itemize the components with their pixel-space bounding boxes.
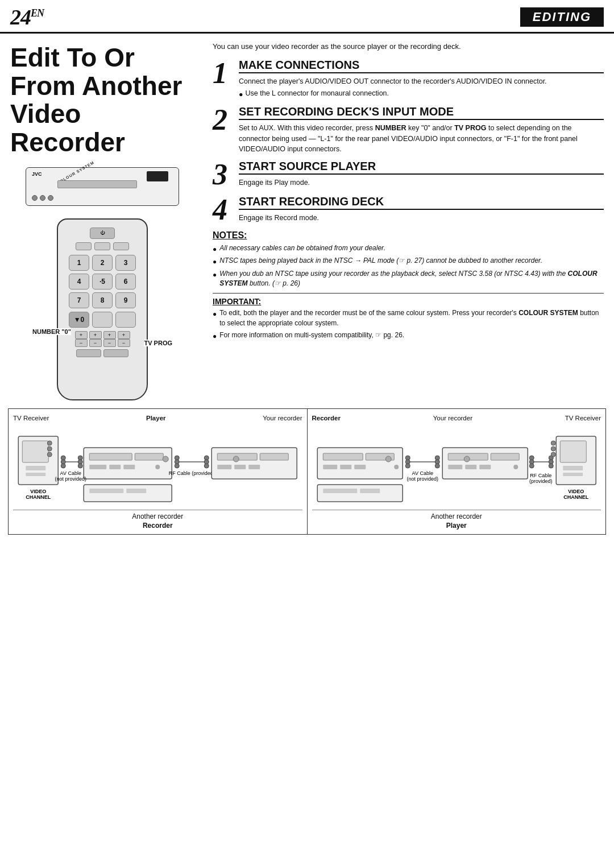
svg-rect-28 [126,489,146,493]
remote-bottom-btn-1[interactable] [76,349,101,357]
remote-btn-0[interactable]: ▼0 [69,312,89,328]
important-1: ● To edit, both the player and the recor… [213,308,604,328]
vcr-btn-3 [48,195,53,201]
remote-minus-1[interactable]: − [75,339,88,347]
tape-slot [57,180,137,188]
section-badge: EDITING [520,7,604,27]
note-3: ● When you dub an NTSC tape using your r… [213,269,604,289]
remote-btn-9[interactable]: 9 [115,292,136,308]
svg-rect-5 [26,466,45,470]
remote-small-btn-3[interactable] [113,242,129,250]
remote-btn-7[interactable]: 7 [69,292,89,308]
remote-plus-3[interactable]: + [103,331,116,339]
step-3-number: 3 [213,160,233,189]
svg-point-78 [549,464,553,468]
remote-btn-3[interactable]: 3 [115,255,136,271]
remote-plus-1[interactable]: + [75,331,88,339]
remote-btn-8[interactable]: 8 [92,292,113,308]
svg-point-51 [394,465,399,469]
svg-text:AV Cable: AV Cable [412,470,433,476]
step-2-number: 2 [213,105,233,135]
notes-list: ● All necessary cables can be obtained f… [213,243,604,289]
remote-btn-6[interactable]: 6 [115,274,136,290]
step-3-title: START SOURCE PLAYER [239,160,604,175]
svg-point-23 [78,464,82,468]
svg-text:(not provided): (not provided) [406,476,438,482]
svg-rect-11 [135,453,163,460]
step-1-number: 1 [213,59,233,88]
remote-power-btn[interactable]: ⏻ [90,228,115,239]
intro-text: You can use your video recorder as the s… [213,42,604,52]
svg-point-35 [204,464,209,468]
diag-left-header: TV Receiver Player Your recorder [13,415,302,421]
remote-btn-2[interactable]: 2 [92,255,113,271]
step-1-title: MAKE CONNECTIONS [239,59,604,73]
diag-left-tv-label: TV Receiver [13,415,49,421]
important-2: ● For more information on multi-system c… [213,330,604,341]
vcr-illustration: COLOUR SYSTEM JVC ⏻ [10,167,194,400]
svg-rect-27 [89,489,123,493]
diag-right-footer: Another recorder [312,510,601,520]
svg-text:RF Cable (provided): RF Cable (provided) [169,470,215,476]
remote-zero-row: ▼0 [64,312,141,328]
svg-text:VIDEO: VIDEO [568,489,584,494]
svg-rect-45 [323,453,363,460]
diagram-panel-right: Recorder Your recorder TV Receiver [308,409,606,534]
remote-control: ⏻ 1 2 3 4 ·5 6 7 8 9 [57,218,148,400]
remote-btn-extra2[interactable] [115,312,136,328]
remote-minus-2[interactable]: − [89,339,102,347]
remote-btn-5[interactable]: ·5 [92,274,113,290]
remote-extra-group: + − [103,331,116,347]
remote-btn-4[interactable]: 4 [69,274,89,290]
diag-right-recorder-label: Recorder [312,415,341,421]
svg-rect-37 [211,448,297,479]
remote-minus-4[interactable]: − [118,339,130,347]
important-title: IMPORTANT: [213,297,604,306]
svg-text:AV Cable: AV Cable [60,470,81,476]
svg-rect-48 [323,465,337,469]
diagram-left-svg: VIDEO CHANNEL AV Cable (not provided) [13,425,302,505]
svg-rect-41 [217,465,231,469]
remote-small-btn-2[interactable] [94,242,110,250]
step-3: 3 START SOURCE PLAYER Engage its Play mo… [213,160,604,189]
remote-btn-extra1[interactable] [92,312,113,328]
svg-point-58 [405,464,410,468]
svg-rect-69 [465,465,476,469]
step-4-number: 4 [213,195,233,225]
svg-point-83 [551,441,555,445]
svg-text:(not provided): (not provided) [55,476,86,482]
step-4: 4 START RECORDING DECK Engage its Record… [213,195,604,225]
svg-rect-86 [563,466,583,470]
remote-bottom-btn-2[interactable] [103,349,128,357]
bottom-diagrams: TV Receiver Player Your recorder VIDEO C… [8,408,606,535]
svg-rect-9 [84,448,172,479]
step-1-bullet: ● Use the L connector for monaural conne… [239,88,604,100]
step-2-text: Set to AUX. With this video recorder, pr… [239,123,604,154]
right-column: You can use your video recorder as the s… [205,34,614,400]
remote-plus-4[interactable]: + [118,331,130,339]
svg-point-61 [435,464,439,468]
svg-point-4 [47,452,52,457]
diag-right-footer-label: Player [312,522,601,530]
svg-point-71 [513,465,518,469]
vcr-device-top: COLOUR SYSTEM JVC [26,167,179,206]
svg-text:VIDEO: VIDEO [30,489,46,494]
svg-point-2 [47,441,52,445]
svg-point-32 [175,464,179,468]
remote-small-btn-1[interactable] [76,242,92,250]
svg-rect-66 [491,453,519,460]
svg-point-47 [385,456,391,462]
remote-minus-3[interactable]: − [103,339,116,347]
remote-plus-2[interactable]: + [89,331,102,339]
page-number: 24EN [10,5,44,30]
important-section: IMPORTANT: ● To edit, both the player an… [213,293,604,341]
diag-right-header: Recorder Your recorder TV Receiver [312,415,601,421]
diag-left-player-label: Player [146,415,166,421]
remote-container: ⏻ 1 2 3 4 ·5 6 7 8 9 [37,218,168,400]
svg-point-20 [61,464,65,468]
remote-btn-1[interactable]: 1 [69,255,89,271]
notes-title: NOTES: [213,230,604,241]
step-4-content: START RECORDING DECK Engage its Record m… [239,195,604,223]
note-1: ● All necessary cables can be obtained f… [213,243,604,254]
svg-rect-44 [317,448,403,479]
